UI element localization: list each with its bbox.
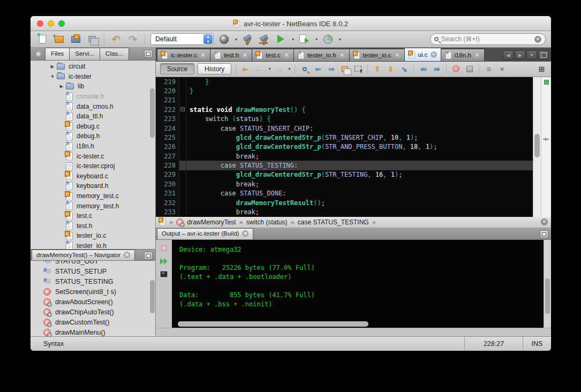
code-line[interactable]: 233 break; (156, 207, 533, 216)
collapse-arrow-icon[interactable]: ▼ (50, 74, 55, 79)
editor-tab-ui-c[interactable]: ui.c✕ (404, 48, 441, 62)
code-line[interactable]: 222−static void drawMemoryTest() { (156, 105, 533, 114)
close-icon[interactable]: ✕ (35, 50, 42, 57)
breadcrumb-item[interactable]: drawMemoryTest (187, 218, 236, 226)
debug-button[interactable] (298, 33, 311, 45)
breadcrumb-item[interactable]: case STATUS_TESTING (298, 218, 369, 226)
tree-item[interactable]: memory_test.c (31, 191, 155, 201)
expand-arrow-icon[interactable]: ▶ (50, 64, 55, 69)
start-macro-recording-button[interactable] (451, 64, 461, 74)
build-button[interactable] (241, 33, 254, 45)
float-window-icon[interactable] (540, 230, 548, 238)
new-file-button[interactable] (36, 33, 49, 45)
navigator-item[interactable]: FSetScreen(uint8_t s) (31, 287, 155, 297)
source-view-button[interactable]: Source (160, 63, 194, 74)
breadcrumb-item[interactable]: switch (status) (246, 218, 288, 226)
code-line[interactable]: 219 } (156, 77, 533, 86)
toggle-highlight-button[interactable] (339, 64, 350, 74)
breadcrumb-chevron-icon[interactable]: » (169, 218, 173, 226)
code-line[interactable]: 224 case STATUS_INSERT_CHIP: (156, 124, 533, 133)
error-stripe[interactable] (541, 77, 551, 217)
editor-tab-ic-tester-c[interactable]: ic-tester.c✕ (157, 49, 210, 62)
open-project-button[interactable] (69, 33, 82, 45)
undo-button[interactable]: ↶ (110, 33, 123, 45)
output-tab[interactable]: Output – avr-ic-tester (Build) ✕ (157, 228, 253, 239)
navigator-item[interactable]: FdrawChipAutoTest() (31, 307, 155, 317)
profile-button[interactable] (321, 33, 334, 45)
sidebar-tab-files[interactable]: Files (45, 48, 70, 60)
save-all-button[interactable] (86, 33, 99, 45)
expand-arrow-icon[interactable]: ▶ (59, 84, 64, 89)
scroll-tabs-right-icon[interactable]: ▶ (515, 50, 525, 60)
navigator-scrollbar[interactable] (150, 276, 155, 332)
chevron-down-icon[interactable]: ▾ (292, 37, 294, 42)
navigator-item[interactable]: FdrawAboutScreen() (31, 297, 155, 307)
sidebar-tab-clas[interactable]: Clas... (100, 48, 129, 60)
navigator-item[interactable]: FdrawCustomTest() (31, 317, 155, 327)
close-icon[interactable]: ✕ (124, 252, 130, 258)
code-line[interactable]: 228 case STATUS_TESTING: (156, 161, 533, 170)
tree-item[interactable]: ic-tester.cproj (31, 161, 155, 171)
tree-item[interactable]: ▶lib (31, 81, 155, 92)
tree-item[interactable]: i18n.h (31, 141, 155, 152)
tree-item[interactable]: test.c (31, 211, 155, 221)
editor-tab-tester_io-h[interactable]: tester_io.h✕ (293, 49, 350, 62)
close-tab-icon[interactable]: ✕ (283, 52, 290, 58)
next-bookmark-button[interactable]: ⇓ (386, 64, 396, 74)
back-button[interactable]: ← (254, 64, 264, 74)
new-project-button[interactable] (52, 33, 65, 45)
code-line[interactable]: 220} (156, 86, 533, 95)
chevron-down-icon[interactable]: ▾ (288, 66, 290, 71)
next-occurrence-button[interactable]: ⇒ (326, 64, 336, 74)
tab-list-dropdown-icon[interactable]: ▼ (526, 50, 537, 60)
breadcrumb-chevron-icon[interactable]: » (291, 218, 295, 226)
tree-item[interactable]: keyboard.h (31, 181, 155, 191)
scroll-tabs-left-icon[interactable]: ◀ (503, 50, 514, 60)
maximize-editor-icon[interactable] (538, 50, 549, 60)
code-line[interactable]: 232 drawMemoryTestResult(); (156, 198, 533, 207)
services-button[interactable] (217, 33, 230, 45)
breadcrumb-chevron-icon[interactable]: » (372, 218, 376, 226)
float-window-icon[interactable] (144, 252, 153, 260)
code-line[interactable]: 225 glcd_drawCenteredStr_p(STR_INSERT_CH… (156, 133, 533, 142)
chevron-down-icon[interactable]: ▾ (315, 37, 318, 42)
chevron-down-icon[interactable]: ▾ (235, 37, 237, 42)
code-line[interactable]: 227 break; (156, 152, 533, 161)
close-tab-icon[interactable]: ✕ (200, 52, 206, 58)
tree-item[interactable]: data_ttl.h (31, 111, 155, 122)
find-button[interactable] (299, 64, 310, 74)
code-line[interactable]: 221 (156, 96, 533, 105)
search-input[interactable]: Search (⌘+I) ✕ (430, 33, 546, 45)
editor-tab-i18n-h[interactable]: i18n.h✕ (441, 49, 485, 62)
breadcrumb-close-icon[interactable]: ✕ (541, 218, 548, 225)
close-tab-icon[interactable]: ✕ (339, 52, 345, 58)
tree-item[interactable]: tester_io.c (31, 231, 155, 241)
history-view-button[interactable]: History (198, 63, 231, 74)
editor-tab-test-h[interactable]: test.h✕ (210, 49, 252, 62)
tree-item[interactable]: ▼ic-tester (31, 72, 155, 82)
chevron-down-icon[interactable]: ▾ (339, 37, 341, 42)
tree-item[interactable]: tester_io.h (31, 241, 155, 249)
configuration-select[interactable]: Default ▲▼ (150, 33, 214, 45)
uncomment-button[interactable]: » (497, 64, 507, 74)
forward-button[interactable]: → (274, 64, 284, 74)
tree-item[interactable]: debug.c (31, 122, 155, 132)
tree-item[interactable]: console.h (31, 92, 155, 102)
rerun-build-button[interactable] (159, 257, 169, 266)
code-line[interactable]: 231 case STATUS_DONE: (156, 189, 533, 198)
close-tab-icon[interactable]: ✕ (474, 52, 480, 58)
close-tab-icon[interactable]: ✕ (431, 51, 437, 58)
editor-tab-test-c[interactable]: test.c✕ (252, 49, 293, 62)
build-output-console[interactable]: Device: atmega32 Program: 25226 bytes (7… (172, 240, 544, 328)
chevron-down-icon[interactable]: ▾ (268, 66, 270, 71)
navigator-item[interactable]: STATUS_OUT (31, 261, 155, 266)
stop-macro-recording-button[interactable] (464, 64, 474, 74)
tree-item[interactable]: ic-tester.c (31, 151, 155, 161)
sidebar-tab-servi[interactable]: Servi... (69, 48, 100, 60)
navigator-tab[interactable]: drawMemoryTest() – Navigator ✕ (32, 250, 135, 260)
rectangular-selection-button[interactable] (353, 64, 363, 74)
tree-item[interactable]: ▶circuit (31, 62, 155, 72)
output-vertical-scrollbar[interactable] (544, 240, 551, 328)
shift-right-button[interactable]: ⇛ (432, 64, 442, 74)
comment-button[interactable]: ≡ (484, 64, 494, 74)
